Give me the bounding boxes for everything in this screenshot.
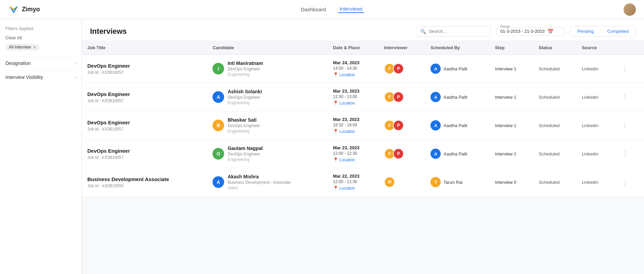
cell-source: Linkedin [576,140,614,168]
source-text: Linkedin [582,123,598,128]
interview-date: Mar 22, 2023 [333,174,373,179]
more-options-button[interactable]: ⋮ [619,177,631,187]
cell-interviewer: M [379,168,425,196]
table-body: DevOps Engineer Job Id : #JOB10057 I Int… [82,55,644,196]
candidate-role: DevOps Engineer [228,152,263,156]
logo-icon [8,4,19,15]
scheduled-by-avatar: A [430,149,441,159]
status-text: Scheduled [539,66,559,71]
col-scheduled-by: Scheduled By [425,41,489,55]
active-filter-tag[interactable]: All Interview ✕ [5,44,40,51]
job-id: Job Id : #JOB10055 [87,183,202,188]
nav-interviews[interactable]: Interviews [338,6,364,13]
search-box[interactable]: 🔍 [416,26,491,37]
more-options-button[interactable]: ⋮ [619,120,631,131]
cell-interviewer: FP [379,83,425,111]
header-controls: 🔍 Range 01-3-2023 - 21-3-2023 📅 Pending … [416,26,636,37]
scheduled-by-name: Aastha Palit [443,95,467,100]
col-status: Status [533,41,576,55]
scheduled-by-name: Tarun Rai [443,180,463,185]
location-link[interactable]: 📍 Location [333,129,373,134]
cell-step: Interview II [489,168,533,196]
location-text: Location [339,101,355,106]
col-actions [614,41,644,55]
scheduled-by-avatar: A [430,120,441,131]
clear-all-button[interactable]: Clear All [5,35,76,40]
table-header-row: Job Title Candidate Date & Place Intervi… [82,41,644,55]
candidate-role: DevOps Engineer [228,67,263,71]
cell-job-title: DevOps Engineer Job Id : #JOB10057 [82,111,207,140]
source-text: Linkedin [582,66,598,71]
candidate-name: Inti Maniratnam [228,60,263,66]
step-text: Interview 1 [495,123,516,128]
interview-time: 12:00 - 12:30 [333,151,373,156]
sidebar-item-interview-visibility[interactable]: Interview Visibility › [5,70,76,84]
search-input[interactable] [429,29,486,34]
cell-candidate: G Gautam Nagpal DevOps Engineer Engineer… [207,140,327,168]
cell-step: Interview 1 [489,111,533,140]
cell-interviewer: FP [379,111,425,140]
source-text: Linkedin [582,95,598,100]
pending-tab[interactable]: Pending [570,26,600,36]
location-text: Location [339,157,355,162]
cell-job-title: DevOps Engineer Job Id : #JOB10057 [82,55,207,83]
avatar[interactable] [624,3,636,16]
candidate-role: Business Development - Associate [228,180,291,185]
cell-source: Linkedin [576,83,614,111]
cell-scheduled-by: A Aastha Palit [425,111,489,140]
logo[interactable]: Zimyo [8,4,40,15]
location-link[interactable]: 📍 Location [333,72,373,77]
location-pin-icon: 📍 [333,129,338,134]
location-link[interactable]: 📍 Location [333,100,373,106]
job-id: Job Id : #JOB10057 [87,155,202,160]
interviews-table: Job Title Candidate Date & Place Intervi… [82,41,644,196]
interviewer-avatars: M [384,177,420,188]
logo-text: Zimyo [22,6,40,13]
more-options-button[interactable]: ⋮ [619,64,631,74]
table-row: Business Development Associate Job Id : … [82,168,644,196]
cell-actions: ⋮ [614,140,644,168]
col-job-title: Job Title [82,41,207,55]
nav-dashboard[interactable]: Dashboard [299,6,327,12]
more-options-button[interactable]: ⋮ [619,149,631,159]
more-options-button[interactable]: ⋮ [619,92,631,102]
scheduled-by-name: Aastha Palit [443,66,467,71]
interview-date: Mar 23, 2023 [333,88,373,94]
sidebar-item-designation[interactable]: Designation › [5,56,76,70]
step-text: Interview 1 [495,95,516,100]
job-title: Business Development Associate [87,176,202,182]
cell-candidate: B Bhaskar Sati DevOps Engineer Engineeri… [207,111,327,140]
interview-time: 18:30 - 19:00 [333,123,373,127]
main-layout: Filters Applied Clear All All Interview … [0,19,644,274]
status-text: Scheduled [539,95,559,100]
candidate-dept: Engineering [228,100,262,105]
cell-source: Linkedin [576,55,614,83]
filter-tag-close-icon[interactable]: ✕ [33,45,36,50]
table-header: Job Title Candidate Date & Place Intervi… [82,41,644,55]
date-range-picker[interactable]: Range 01-3-2023 - 21-3-2023 📅 [496,27,565,36]
candidate-role: DevOps Engineer [228,123,260,128]
interview-time: 12:00 - 12:30 [333,179,373,184]
location-link[interactable]: 📍 Location [333,157,373,162]
source-text: Linkedin [582,180,598,185]
candidate-dept: Sales [228,186,291,190]
status-tab-toggle: Pending Completed [570,26,636,37]
interview-time: 14:00 - 14:30 [333,66,373,71]
location-text: Location [339,186,355,191]
col-candidate: Candidate [207,41,327,55]
filter-tag-label: All Interview [9,45,31,50]
step-text: Interview 1 [495,151,516,156]
location-link[interactable]: 📍 Location [333,186,373,191]
job-title: DevOps Engineer [87,148,202,154]
candidate-avatar: A [213,91,224,103]
sidebar: Filters Applied Clear All All Interview … [0,19,82,274]
location-text: Location [339,129,355,134]
filters-applied-label: Filters Applied [5,26,76,31]
cell-scheduled-by: A Aastha Palit [425,83,489,111]
candidate-dept: Engineering [228,129,260,134]
location-pin-icon: 📍 [333,157,338,162]
designation-label: Designation [5,60,31,66]
candidate-role: DevOps Engineer [228,95,262,100]
completed-tab[interactable]: Completed [600,26,635,36]
cell-job-title: DevOps Engineer Job Id : #JOB10057 [82,83,207,111]
